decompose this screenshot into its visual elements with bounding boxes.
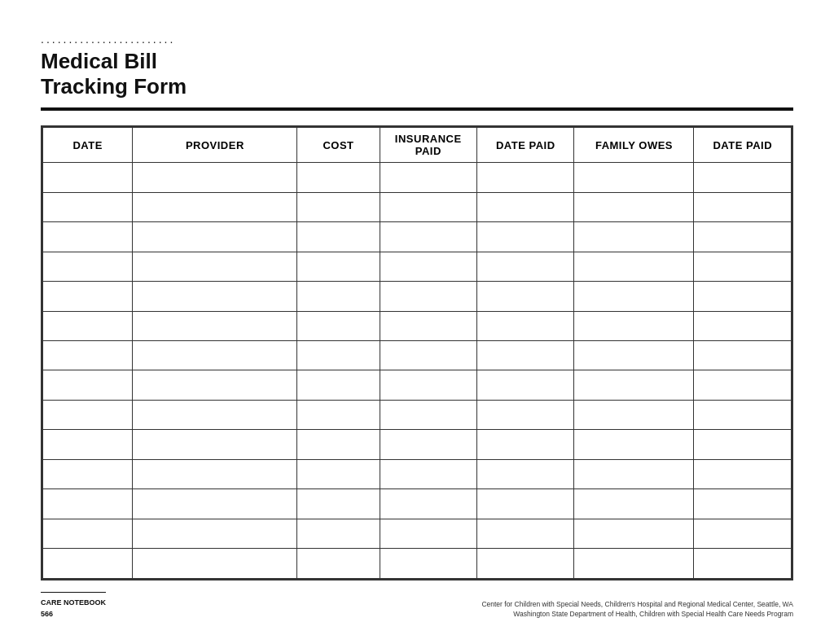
table-cell[interactable]: [297, 549, 380, 578]
table-cell[interactable]: [476, 341, 573, 370]
table-cell[interactable]: [43, 341, 133, 370]
table-cell[interactable]: [133, 549, 297, 578]
table-row[interactable]: [43, 311, 792, 340]
table-cell[interactable]: [380, 459, 476, 488]
table-cell[interactable]: [43, 222, 133, 252]
table-cell[interactable]: [43, 370, 133, 400]
table-cell[interactable]: [380, 519, 476, 548]
table-cell[interactable]: [133, 311, 297, 340]
table-cell[interactable]: [694, 400, 792, 429]
table-cell[interactable]: [43, 430, 133, 459]
table-row[interactable]: [43, 282, 792, 311]
table-cell[interactable]: [476, 222, 573, 252]
table-cell[interactable]: [694, 459, 792, 488]
table-cell[interactable]: [297, 459, 380, 488]
table-cell[interactable]: [476, 519, 573, 548]
table-cell[interactable]: [297, 192, 380, 221]
table-cell[interactable]: [574, 489, 694, 519]
table-row[interactable]: [43, 370, 792, 400]
table-cell[interactable]: [694, 192, 792, 221]
table-cell[interactable]: [43, 311, 133, 340]
table-cell[interactable]: [43, 549, 133, 578]
table-cell[interactable]: [133, 222, 297, 252]
table-row[interactable]: [43, 519, 792, 548]
table-cell[interactable]: [574, 282, 694, 311]
table-cell[interactable]: [43, 252, 133, 281]
table-cell[interactable]: [43, 400, 133, 429]
table-cell[interactable]: [476, 370, 573, 400]
table-cell[interactable]: [43, 519, 133, 548]
table-cell[interactable]: [297, 222, 380, 252]
table-cell[interactable]: [380, 311, 476, 340]
table-cell[interactable]: [133, 489, 297, 519]
table-cell[interactable]: [574, 311, 694, 340]
table-cell[interactable]: [694, 163, 792, 192]
table-cell[interactable]: [476, 430, 573, 459]
table-cell[interactable]: [380, 282, 476, 311]
table-cell[interactable]: [574, 163, 694, 192]
table-cell[interactable]: [694, 311, 792, 340]
table-cell[interactable]: [574, 252, 694, 281]
table-cell[interactable]: [694, 341, 792, 370]
table-cell[interactable]: [694, 430, 792, 459]
table-cell[interactable]: [380, 341, 476, 370]
table-cell[interactable]: [43, 282, 133, 311]
table-cell[interactable]: [297, 519, 380, 548]
table-cell[interactable]: [380, 549, 476, 578]
table-cell[interactable]: [133, 430, 297, 459]
table-cell[interactable]: [297, 311, 380, 340]
table-cell[interactable]: [297, 370, 380, 400]
table-row[interactable]: [43, 222, 792, 252]
table-cell[interactable]: [476, 311, 573, 340]
table-cell[interactable]: [43, 489, 133, 519]
table-cell[interactable]: [43, 459, 133, 488]
table-row[interactable]: [43, 252, 792, 281]
table-cell[interactable]: [297, 282, 380, 311]
table-row[interactable]: [43, 489, 792, 519]
table-row[interactable]: [43, 459, 792, 488]
table-cell[interactable]: [694, 549, 792, 578]
table-cell[interactable]: [476, 163, 573, 192]
table-cell[interactable]: [133, 163, 297, 192]
table-cell[interactable]: [380, 430, 476, 459]
table-cell[interactable]: [574, 370, 694, 400]
table-cell[interactable]: [574, 400, 694, 429]
table-cell[interactable]: [476, 549, 573, 578]
table-row[interactable]: [43, 400, 792, 429]
table-cell[interactable]: [574, 192, 694, 221]
table-cell[interactable]: [476, 489, 573, 519]
table-cell[interactable]: [133, 341, 297, 370]
table-cell[interactable]: [297, 430, 380, 459]
table-cell[interactable]: [574, 549, 694, 578]
table-cell[interactable]: [380, 489, 476, 519]
table-cell[interactable]: [574, 459, 694, 488]
table-cell[interactable]: [133, 519, 297, 548]
table-cell[interactable]: [380, 252, 476, 281]
table-cell[interactable]: [133, 459, 297, 488]
table-cell[interactable]: [574, 430, 694, 459]
table-cell[interactable]: [297, 400, 380, 429]
table-cell[interactable]: [380, 222, 476, 252]
table-cell[interactable]: [380, 400, 476, 429]
table-cell[interactable]: [297, 163, 380, 192]
table-cell[interactable]: [574, 341, 694, 370]
table-cell[interactable]: [297, 489, 380, 519]
table-cell[interactable]: [694, 370, 792, 400]
table-cell[interactable]: [476, 192, 573, 221]
table-cell[interactable]: [694, 222, 792, 252]
table-cell[interactable]: [476, 252, 573, 281]
table-cell[interactable]: [43, 192, 133, 221]
table-cell[interactable]: [574, 222, 694, 252]
table-cell[interactable]: [476, 400, 573, 429]
table-cell[interactable]: [380, 370, 476, 400]
table-cell[interactable]: [380, 192, 476, 221]
table-cell[interactable]: [694, 489, 792, 519]
table-cell[interactable]: [574, 519, 694, 548]
table-cell[interactable]: [133, 192, 297, 221]
table-cell[interactable]: [133, 282, 297, 311]
table-cell[interactable]: [297, 341, 380, 370]
table-row[interactable]: [43, 430, 792, 459]
table-cell[interactable]: [380, 163, 476, 192]
table-row[interactable]: [43, 341, 792, 370]
table-cell[interactable]: [694, 519, 792, 548]
